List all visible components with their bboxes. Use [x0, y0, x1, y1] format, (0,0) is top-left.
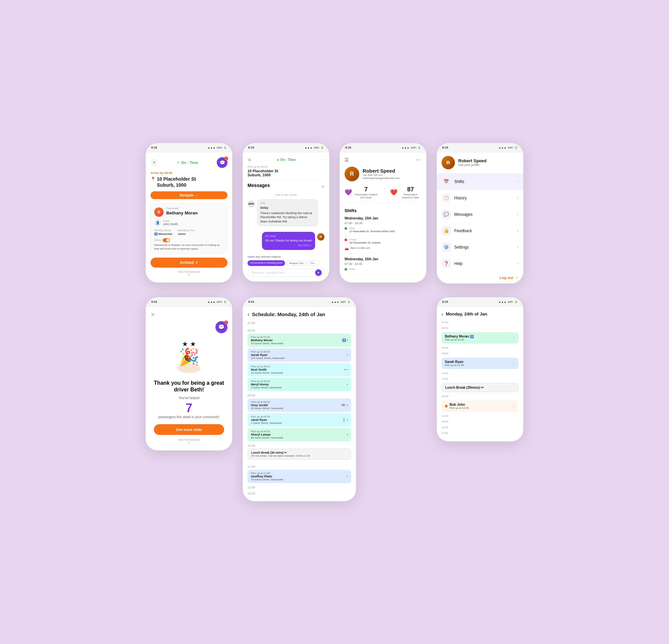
- phone2-ops-bubble: OPS Delay There's roadworks blocking the…: [257, 199, 318, 227]
- phone3-stat2: ❤️ 87 Passengers helped to date: [390, 186, 422, 199]
- phone6-event-sarah[interactable]: Pick up at 08:05 Sarah Ryan 154 Same Str…: [247, 348, 351, 362]
- phone2-message-input[interactable]: Type your message here...: [247, 269, 325, 277]
- phone7-sarah-more-icon[interactable]: ⋮: [512, 361, 515, 365]
- phone6-back-btn[interactable]: ‹: [247, 312, 249, 317]
- navigate-arrow-icon: →: [195, 194, 198, 197]
- phone1-carer-row: 👤 Carer John Smith: [154, 219, 224, 226]
- phone6-sheryl-chevron-icon: ›: [347, 433, 348, 436]
- phone1-chat-btn[interactable]: 💬 1: [217, 157, 227, 168]
- phone2-user-avatar: R: [317, 233, 325, 241]
- wheelchair-icon: ♿: [154, 232, 158, 235]
- phone4-menu-messages[interactable]: 💬 Messages ›: [437, 206, 523, 223]
- phone2-tag2[interactable]: Illogical Trip: [286, 260, 307, 266]
- phone1-notch: 8:15 ▲▲▲WiFi🔋: [146, 143, 232, 153]
- phone5-close-btn[interactable]: ✕: [151, 312, 227, 318]
- phone6-event-ozzy[interactable]: Pick up at 09:30 Ozzy Jerald 43 Same Str…: [247, 398, 351, 412]
- phone7-bob-more-icon[interactable]: ⋮: [512, 404, 515, 408]
- phone2-messages-title: Messages: [247, 183, 270, 188]
- phone5-title: Thank you for being a great driver Beth!: [151, 380, 227, 394]
- phone1-chevron-down-icon: ∨: [151, 273, 227, 276]
- phone7-time-1300: 13:00: [442, 395, 518, 398]
- phone4-logout-row[interactable]: Log out →: [437, 272, 523, 283]
- phone2-tag3[interactable]: Pa...: [308, 260, 319, 266]
- phone1-passenger-avatar: B: [154, 207, 163, 217]
- phone3-profile-row: R Robert Speed +61 456 789 012 robertspe…: [344, 167, 422, 181]
- phone6-ozzy-chevron-icon: ›: [347, 403, 348, 407]
- phone2-msg-close-icon[interactable]: ✕: [321, 184, 325, 189]
- phone6-event-sheryl[interactable]: Pick up at 09:35 Sheryl Lampe 89 Same St…: [247, 428, 351, 441]
- phone1-addr1: 10 Placeholder St: [157, 176, 196, 182]
- phone6-sarah-chevron-icon: ›: [347, 353, 348, 357]
- phone4-avatar: R: [442, 156, 455, 169]
- phone2-notch: 8:15 ▲▲▲WiFi🔋: [243, 143, 329, 153]
- phone2-close-icon[interactable]: ✕: [247, 157, 252, 162]
- phone1-footer[interactable]: View Full Schedule ∨: [151, 270, 227, 278]
- phone7-time-0900: 09:00: [442, 346, 518, 349]
- phone4-feedback-chevron-icon: ›: [517, 229, 518, 232]
- phone6-event-noel[interactable]: Pick up at 08:16 Noel Smith 23 Same Stre…: [247, 363, 351, 376]
- phone4-shifts-chevron-icon: ›: [517, 180, 518, 183]
- phone7-time-0800: 08:00: [442, 327, 518, 330]
- phone-menu: 8:15 ▲▲▲WiFi🔋 R Robert Speed See your pr…: [437, 143, 524, 284]
- phone4-menu-settings[interactable]: ⚙️ Settings ›: [437, 239, 523, 256]
- phone6-header: ‹ Schedule: Monday, 24th of Jan: [247, 312, 351, 317]
- phone3-stat1-icon: 💜: [344, 189, 352, 196]
- phone4-menu-shifts[interactable]: 📅 Shifts ›: [437, 174, 523, 190]
- phone6-event-meryl[interactable]: Pick up at 08:30 Meryl Honey 2 Same Stre…: [247, 378, 351, 391]
- phone2-time: 8:15: [248, 146, 254, 149]
- phone5-chevron-down-icon: ∨: [151, 441, 227, 444]
- phone5-chat-btn[interactable]: 💬 1: [215, 321, 227, 333]
- phone5-desc: passengers this week in your community!: [151, 415, 227, 419]
- phone6-meryl-chevron-icon: ›: [347, 383, 348, 386]
- phone6-geoffrey-chevron-icon: ›: [347, 475, 348, 478]
- phone-mini-schedule: 8:15 ▲▲▲WiFi🔋 ‹ Monday, 24th of Jan 07:0…: [437, 297, 524, 442]
- phone3-time: 8:15: [345, 146, 351, 149]
- phone4-shifts-icon: 📅: [442, 177, 451, 186]
- phone2-input-wrap: Type your message here... ➤: [247, 269, 325, 277]
- phone6-event-janet[interactable]: Pick up at 09:30 Janet Ryan 2 Same Stree…: [247, 413, 351, 427]
- phone4-help-chevron-icon: ›: [517, 262, 518, 265]
- phone3-more-icon[interactable]: ⋯: [416, 157, 422, 162]
- phone-schedule: 9:41 ▲▲▲WiFi🔋 ‹ Schedule: Monday, 24th o…: [242, 297, 356, 501]
- phone6-time-0800: 08:00: [247, 329, 351, 332]
- phone4-menu-feedback[interactable]: 👍 Feedback ›: [437, 223, 523, 239]
- phone1-passenger-label: Passenger: [166, 207, 198, 210]
- phone5-see-stats-btn[interactable]: See more stats: [154, 424, 224, 435]
- phone3-name: Robert Speed: [362, 168, 400, 174]
- phone7-event-sarah[interactable]: Sarah Ryan Pick up at 11:00 ⋮: [442, 358, 518, 369]
- phone4-signal: ▲▲▲WiFi🔋: [498, 146, 518, 149]
- phone6-event-bethany[interactable]: Pick up at 07:40 Bethany Moran 34 Same S…: [247, 333, 351, 347]
- phone7-bethany-more-icon[interactable]: ⋮: [512, 336, 515, 340]
- phone4-menu-help[interactable]: ❓ Help ›: [437, 256, 523, 272]
- phone4-help-icon: ❓: [442, 259, 451, 268]
- phone3-menu-icon[interactable]: ☰: [344, 157, 349, 162]
- phone1-arrived-btn[interactable]: Arrived ✓: [151, 258, 227, 268]
- phone7-event-bob[interactable]: Bob John Pick up at 13:00 ⋮: [442, 400, 518, 412]
- phone4-menu-history[interactable]: 🕐 History ›: [437, 190, 523, 206]
- phone4-profile-row: R Robert Speed See your profile: [437, 153, 523, 174]
- phone2-options-icon[interactable]: ⋯: [321, 158, 325, 161]
- phone2-tag1[interactable]: Inconvenient meeting point: [247, 260, 285, 266]
- phone1-arrive-label: Arrive by 09:00: [151, 171, 227, 175]
- phone7-time-1000: 10:00: [442, 352, 518, 355]
- phone7-event-bethany[interactable]: Bethany Moran ♿ Pick up at 10:00 ⋮: [442, 332, 518, 344]
- phone6-timeline: 07:00 08:00 Pick up at 07:40 Bethany Mor…: [247, 321, 351, 497]
- phone2-send-btn[interactable]: ➤: [315, 269, 322, 276]
- phone7-back-btn[interactable]: ‹: [442, 312, 443, 317]
- phone1-navigate-btn[interactable]: Navigate →: [151, 191, 227, 199]
- phone6-event-geoffrey[interactable]: Pick up at 11:08 Geoffrey Platie 78 Same…: [247, 470, 351, 483]
- phone5-count: 7: [151, 401, 227, 415]
- phone7-title: Monday, 24th of Jan: [446, 312, 487, 316]
- phone6-time-1300: 13:00: [247, 492, 351, 495]
- phone5-footer[interactable]: View Full Schedule ∨: [151, 438, 227, 446]
- phone6-time-1100: 11:00: [247, 465, 351, 468]
- phone2-date: 24th of Jan, 09:30: [247, 194, 325, 196]
- phone3-start-dot: [344, 227, 347, 230]
- phone1-notes-toggle[interactable]: [162, 238, 170, 242]
- phone3-notch: 8:15 ▲▲▲WiFi🔋: [340, 143, 426, 153]
- phone4-settings-icon: ⚙️: [442, 243, 451, 252]
- phone6-noel-chevron-icon: ›: [347, 368, 348, 371]
- phone4-settings-chevron-icon: ›: [517, 245, 518, 249]
- phone1-close-btn[interactable]: ✕: [151, 159, 158, 166]
- phone4-see-profile[interactable]: See your profile: [458, 163, 487, 167]
